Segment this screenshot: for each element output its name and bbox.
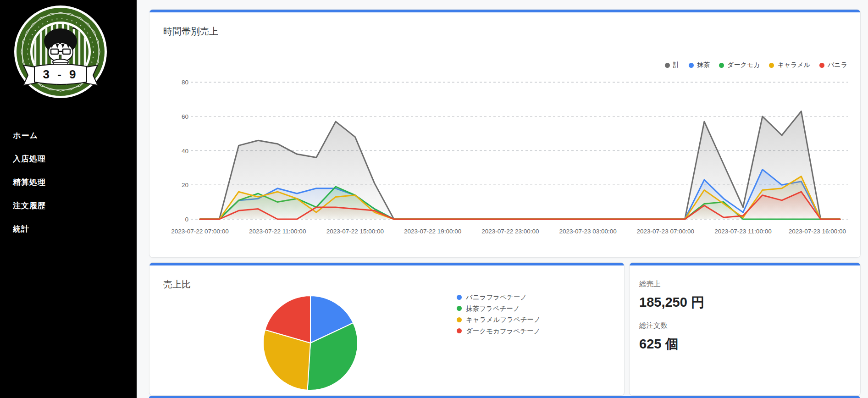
logo-badge-icon: 3 - 9 xyxy=(12,4,109,101)
legend-dot-icon xyxy=(457,295,462,300)
sales-ratio-card: 売上比 バニラフラペチーノ抹茶フラペチーノキャラメルフラペチーノダークモカフラペ… xyxy=(149,262,625,396)
legend-label: キャラメルフラペチーノ xyxy=(466,316,541,323)
legend-item[interactable]: ダークモカフラペチーノ xyxy=(457,328,541,335)
legend-dot-icon xyxy=(769,63,774,68)
card-accent-bar xyxy=(149,9,861,12)
card-accent-bar xyxy=(149,262,625,265)
card-accent-bar xyxy=(629,262,861,265)
sidebar-item-home[interactable]: ホーム xyxy=(0,124,137,147)
legend-label: バニラフラペチーノ xyxy=(466,294,527,301)
sales-ratio-title: 売上比 xyxy=(149,265,624,291)
y-tick-label: 80 xyxy=(182,79,188,86)
legend-dot-icon xyxy=(457,328,462,333)
hourly-sales-title: 時間帯別売上 xyxy=(149,12,860,38)
legend-item[interactable]: キャラメル xyxy=(769,61,810,69)
legend-item[interactable]: 計 xyxy=(665,61,680,69)
next-card-top-accent-bar xyxy=(149,396,860,398)
total-orders-label: 総注文数 xyxy=(639,321,849,331)
totals-card: 総売上 185,250 円 総注文数 625 個 xyxy=(629,262,861,396)
hourly-sales-card: 時間帯別売上 計抹茶ダークモカキャラメルバニラ 0204060802023-07… xyxy=(149,9,861,258)
x-tick-label: 2023-07-22 19:00:00 xyxy=(404,228,461,235)
legend-label: 計 xyxy=(673,61,680,69)
x-tick-label: 2023-07-22 11:00:00 xyxy=(249,228,306,235)
x-tick-label: 2023-07-22 15:00:00 xyxy=(326,228,384,235)
legend-item[interactable]: 抹茶 xyxy=(689,61,710,69)
legend-dot-icon xyxy=(689,63,694,68)
legend-dot-icon xyxy=(457,306,462,311)
sales-ratio-pie-chart[interactable] xyxy=(260,293,361,393)
legend-dot-icon xyxy=(457,317,462,322)
sidebar-item-order-history[interactable]: 注文履歴 xyxy=(0,194,137,217)
sidebar-item-checkout[interactable]: 精算処理 xyxy=(0,171,137,194)
legend-item[interactable]: 抹茶フラペチーノ xyxy=(457,305,541,312)
total-sales-value: 185,250 円 xyxy=(639,293,849,312)
legend-label: バニラ xyxy=(828,61,847,69)
legend-dot-icon xyxy=(819,63,824,68)
hourly-sales-chart[interactable]: 0204060802023-07-22 07:00:002023-07-22 1… xyxy=(156,78,853,239)
legend-label: キャラメル xyxy=(777,61,810,69)
sidebar: 3 - 9 ホーム 入店処理 精算処理 注文履歴 統計 xyxy=(0,0,137,398)
total-orders-value: 625 個 xyxy=(639,335,849,354)
legend-item[interactable]: バニラフラペチーノ xyxy=(457,294,541,301)
logo-text: 3 - 9 xyxy=(43,67,78,81)
x-tick-label: 2023-07-23 11:00:00 xyxy=(714,228,771,235)
x-tick-label: 2023-07-23 03:00:00 xyxy=(559,228,616,235)
y-tick-label: 40 xyxy=(182,148,188,155)
legend-label: ダークモカ xyxy=(727,61,760,69)
shop-logo[interactable]: 3 - 9 xyxy=(12,4,109,101)
legend-item[interactable]: ダークモカ xyxy=(719,61,760,69)
legend-label: 抹茶フラペチーノ xyxy=(466,305,520,312)
logo-ribbon: 3 - 9 xyxy=(23,64,98,85)
y-tick-label: 0 xyxy=(185,216,188,223)
x-tick-label: 2023-07-22 23:00:00 xyxy=(481,228,539,235)
x-tick-label: 2023-07-22 07:00:00 xyxy=(171,228,228,235)
sidebar-item-checkin[interactable]: 入店処理 xyxy=(0,147,137,171)
legend-label: 抹茶 xyxy=(697,61,710,69)
x-tick-label: 2023-07-23 16:00:00 xyxy=(789,228,846,235)
sidebar-item-stats[interactable]: 統計 xyxy=(0,217,137,241)
x-tick-label: 2023-07-23 07:00:00 xyxy=(637,228,694,235)
sidebar-nav: ホーム 入店処理 精算処理 注文履歴 統計 xyxy=(0,124,137,241)
legend-item[interactable]: バニラ xyxy=(819,61,847,69)
y-tick-label: 20 xyxy=(182,182,188,188)
total-sales-label: 総売上 xyxy=(639,279,849,289)
legend-dot-icon xyxy=(719,63,724,68)
legend-label: ダークモカフラペチーノ xyxy=(466,328,541,335)
hourly-sales-legend: 計抹茶ダークモカキャラメルバニラ xyxy=(665,61,847,69)
y-tick-label: 60 xyxy=(182,113,188,120)
main-content: 時間帯別売上 計抹茶ダークモカキャラメルバニラ 0204060802023-07… xyxy=(137,0,868,398)
legend-dot-icon xyxy=(665,63,670,68)
sales-ratio-legend: バニラフラペチーノ抹茶フラペチーノキャラメルフラペチーノダークモカフラペチーノ xyxy=(457,294,541,334)
legend-item[interactable]: キャラメルフラペチーノ xyxy=(457,316,541,323)
